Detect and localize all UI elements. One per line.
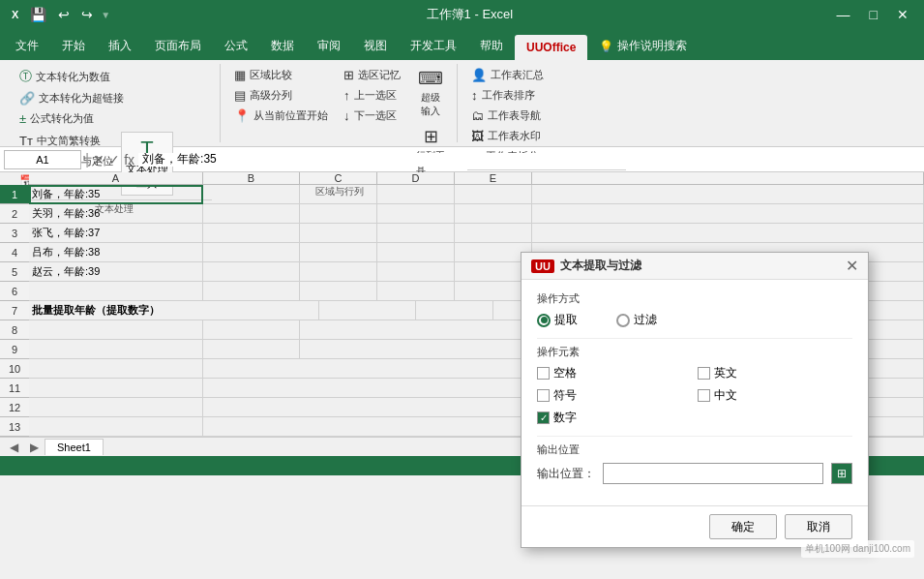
formula-input[interactable] [138, 153, 920, 167]
cancel-btn[interactable]: 取消 [785, 514, 852, 539]
cell-B9[interactable] [203, 340, 300, 359]
close-btn[interactable]: ✕ [889, 5, 916, 24]
btn-area-compare[interactable]: ▦ 区域比较 [230, 66, 332, 84]
btn-sheet-summary[interactable]: 👤 工作表汇总 [467, 66, 626, 84]
sheet-nav-right[interactable]: ▶ [24, 439, 45, 456]
cell-A4[interactable]: 吕布，年龄:38 [29, 243, 203, 262]
cell-C1[interactable] [300, 185, 377, 204]
radio-filter[interactable]: 过滤 [616, 312, 657, 328]
btn-super-input[interactable]: ⌨ 超级输入 [413, 66, 448, 120]
cell-B2[interactable] [203, 204, 300, 224]
tab-search[interactable]: 💡 操作说明搜索 [587, 32, 699, 60]
cancel-formula-icon[interactable]: ✕ [93, 152, 104, 168]
save-quick-btn[interactable]: 💾 [26, 5, 50, 24]
cell-B6[interactable] [203, 282, 300, 301]
checkbox-space[interactable]: 空格 [537, 365, 692, 381]
btn-from-current[interactable]: 📍 从当前位置开始 [230, 107, 332, 125]
cell-C5[interactable] [300, 262, 377, 282]
output-position-btn[interactable]: ⊞ [831, 463, 852, 484]
cell-A2[interactable]: 关羽，年龄:36 [29, 204, 203, 224]
cell-E3[interactable] [455, 224, 532, 243]
confirm-btn[interactable]: 确定 [709, 514, 777, 539]
current-icon: 📍 [234, 108, 250, 123]
cell-A10[interactable] [29, 359, 203, 379]
cell-rest-3[interactable] [532, 224, 924, 243]
cell-A11[interactable] [29, 379, 203, 398]
btn-sheet-sort[interactable]: ↕ 工作表排序 [467, 86, 626, 105]
checkbox-chinese[interactable]: 中文 [698, 387, 852, 404]
qa-more[interactable]: ▼ [101, 10, 110, 20]
cell-A5[interactable]: 赵云，年龄:39 [29, 262, 203, 282]
tab-pagelayout[interactable]: 页面布局 [143, 32, 213, 60]
sheet-nav-left[interactable]: ◀ [4, 439, 24, 456]
sheet-tab-1[interactable]: Sheet1 [45, 439, 104, 455]
btn-next-selection[interactable]: ↓ 下一选区 [340, 107, 404, 125]
checkbox-number[interactable]: ✓ 数字 [537, 410, 692, 426]
btn-advanced-split[interactable]: ▤ 高级分列 [230, 86, 332, 105]
tab-developer[interactable]: 开发工具 [399, 32, 468, 60]
cell-B5[interactable] [203, 262, 300, 282]
cell-D1[interactable] [377, 185, 455, 204]
cell-C4[interactable] [300, 243, 377, 262]
area-col1: ▦ 区域比较 ▤ 高级分列 📍 从当前位置开始 [230, 66, 332, 125]
radio-extract[interactable]: 提取 [537, 312, 578, 328]
tab-home[interactable]: 开始 [50, 32, 97, 60]
btn-row-col-tools[interactable]: ⊞ 行列工具 [412, 124, 449, 178]
btn-formula-to-value[interactable]: ± 公式转化为值 [15, 109, 98, 128]
output-position-input[interactable] [603, 463, 823, 484]
cell-A3[interactable]: 张飞，年龄:37 [29, 224, 203, 243]
btn-text-to-value[interactable]: Ⓣ 文本转化为数值 [15, 66, 114, 87]
insert-function-icon[interactable]: fx [124, 152, 134, 168]
cell-D2[interactable] [377, 204, 455, 224]
cell-C7[interactable] [416, 301, 493, 320]
dialog-close-btn[interactable]: ✕ [846, 257, 858, 275]
tab-formula[interactable]: 公式 [213, 32, 259, 60]
cell-A7[interactable]: 批量提取年龄（提取数字） [29, 301, 319, 320]
btn-selection-memory-label: 选区记忆 [358, 68, 401, 82]
cell-A6[interactable] [29, 282, 203, 301]
tab-review[interactable]: 审阅 [306, 32, 352, 60]
tab-file[interactable]: 文件 [4, 32, 50, 60]
confirm-formula-icon[interactable]: ✓ [108, 152, 120, 168]
tab-insert[interactable]: 插入 [97, 32, 143, 60]
minimize-btn[interactable]: — [829, 5, 858, 24]
cell-A8[interactable] [29, 320, 203, 340]
checkbox-english[interactable]: 英文 [698, 365, 852, 381]
btn-cn-convert[interactable]: Tт 中文简繁转换 [15, 132, 117, 150]
cell-rest-2[interactable] [532, 204, 924, 224]
cell-D4[interactable] [377, 243, 455, 262]
cell-A9[interactable] [29, 340, 203, 359]
tab-view[interactable]: 视图 [352, 32, 399, 60]
name-box[interactable] [4, 150, 81, 169]
maximize-btn[interactable]: □ [862, 5, 885, 24]
cell-C3[interactable] [300, 224, 377, 243]
tab-help[interactable]: 帮助 [468, 32, 515, 60]
tab-uuoffice[interactable]: UUOffice [515, 35, 587, 60]
btn-sheet-watermark[interactable]: 🖼 工作表水印 [467, 127, 626, 145]
cell-B8[interactable] [203, 320, 300, 340]
cell-B4[interactable] [203, 243, 300, 262]
cell-A1[interactable]: 刘备，年龄:35 [29, 185, 203, 204]
btn-prev-selection[interactable]: ↑ 上一选区 [340, 86, 404, 105]
cell-E2[interactable] [455, 204, 532, 224]
cell-C6[interactable] [300, 282, 377, 301]
cell-E1[interactable] [455, 185, 532, 204]
cell-B3[interactable] [203, 224, 300, 243]
cell-B7[interactable] [319, 301, 416, 320]
cell-D6[interactable] [377, 282, 455, 301]
undo-quick-btn[interactable]: ↩ [54, 5, 74, 24]
cell-D5[interactable] [377, 262, 455, 282]
cell-B1[interactable] [203, 185, 300, 204]
cell-C2[interactable] [300, 204, 377, 224]
cell-D3[interactable] [377, 224, 455, 243]
btn-text-to-link[interactable]: 🔗 文本转化为超链接 [15, 89, 128, 107]
cell-rest-1[interactable] [532, 185, 924, 204]
checkbox-symbol[interactable]: 符号 [537, 387, 692, 404]
cell-A13[interactable] [29, 417, 203, 437]
redo-quick-btn[interactable]: ↪ [77, 5, 97, 24]
tab-data[interactable]: 数据 [259, 32, 306, 60]
btn-selection-memory[interactable]: ⊞ 选区记忆 [340, 66, 404, 84]
btn-sheet-nav[interactable]: 🗂 工作表导航 [467, 107, 626, 125]
btn-cn-convert-label: 中文简繁转换 [37, 134, 101, 148]
cell-A12[interactable] [29, 398, 203, 417]
